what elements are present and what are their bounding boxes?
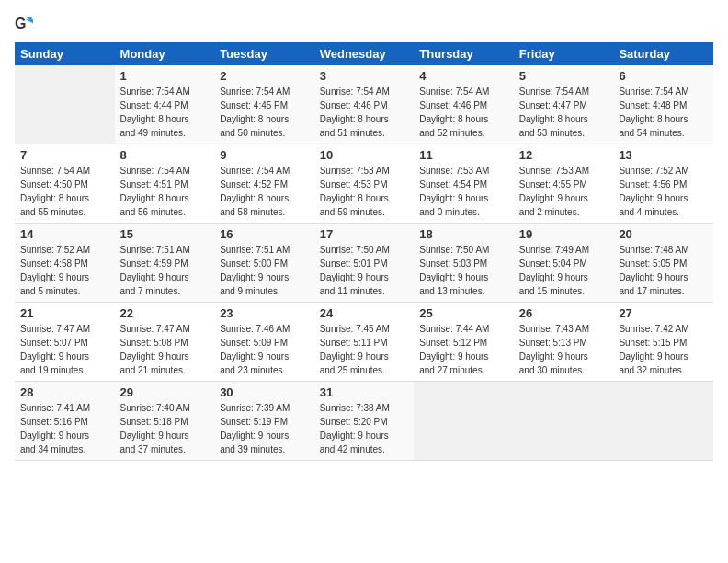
weekday-header-sunday: Sunday	[15, 42, 115, 65]
day-number: 30	[220, 385, 309, 399]
day-number: 1	[120, 69, 210, 83]
day-number: 4	[419, 69, 508, 83]
day-info: Sunrise: 7:44 AMSunset: 5:12 PMDaylight:…	[419, 322, 508, 377]
weekday-header-tuesday: Tuesday	[214, 42, 314, 65]
calendar-cell: 7Sunrise: 7:54 AMSunset: 4:50 PMDaylight…	[15, 144, 115, 224]
calendar-cell: 24Sunrise: 7:45 AMSunset: 5:11 PMDayligh…	[314, 303, 415, 382]
day-number: 17	[320, 227, 409, 241]
day-number: 12	[519, 148, 609, 162]
calendar-cell: 29Sunrise: 7:40 AMSunset: 5:18 PMDayligh…	[115, 382, 215, 461]
calendar-cell: 17Sunrise: 7:50 AMSunset: 5:01 PMDayligh…	[314, 224, 415, 303]
calendar-cell: 6Sunrise: 7:54 AMSunset: 4:48 PMDaylight…	[613, 65, 713, 144]
day-number: 5	[519, 69, 609, 83]
weekday-header-thursday: Thursday	[414, 42, 514, 65]
day-number: 24	[320, 306, 409, 320]
calendar-cell: 11Sunrise: 7:53 AMSunset: 4:54 PMDayligh…	[414, 144, 514, 224]
day-info: Sunrise: 7:39 AMSunset: 5:19 PMDaylight:…	[220, 401, 309, 456]
weekday-header-friday: Friday	[514, 42, 614, 65]
day-info: Sunrise: 7:54 AMSunset: 4:47 PMDaylight:…	[519, 85, 609, 140]
calendar-cell: 19Sunrise: 7:49 AMSunset: 5:04 PMDayligh…	[514, 224, 614, 303]
day-number: 20	[619, 227, 708, 241]
calendar-cell: 10Sunrise: 7:53 AMSunset: 4:53 PMDayligh…	[314, 144, 415, 224]
calendar-cell: 16Sunrise: 7:51 AMSunset: 5:00 PMDayligh…	[214, 224, 314, 303]
calendar-cell: 31Sunrise: 7:38 AMSunset: 5:20 PMDayligh…	[314, 382, 415, 461]
day-number: 26	[519, 306, 609, 320]
calendar-cell: 13Sunrise: 7:52 AMSunset: 4:56 PMDayligh…	[613, 144, 713, 224]
page-header: G	[15, 15, 713, 33]
calendar-cell: 4Sunrise: 7:54 AMSunset: 4:46 PMDaylight…	[414, 65, 514, 144]
day-number: 10	[320, 148, 409, 162]
calendar-cell: 20Sunrise: 7:48 AMSunset: 5:05 PMDayligh…	[613, 224, 713, 303]
calendar-cell: 27Sunrise: 7:42 AMSunset: 5:15 PMDayligh…	[613, 303, 713, 382]
day-info: Sunrise: 7:43 AMSunset: 5:13 PMDaylight:…	[519, 322, 609, 377]
day-info: Sunrise: 7:52 AMSunset: 4:56 PMDaylight:…	[619, 164, 708, 219]
day-number: 25	[419, 306, 508, 320]
day-info: Sunrise: 7:40 AMSunset: 5:18 PMDaylight:…	[120, 401, 210, 456]
day-number: 8	[120, 148, 210, 162]
day-info: Sunrise: 7:52 AMSunset: 4:58 PMDaylight:…	[20, 243, 109, 298]
calendar-cell: 30Sunrise: 7:39 AMSunset: 5:19 PMDayligh…	[214, 382, 314, 461]
calendar-cell: 1Sunrise: 7:54 AMSunset: 4:44 PMDaylight…	[115, 65, 215, 144]
day-number: 9	[220, 148, 309, 162]
calendar-week-row: 14Sunrise: 7:52 AMSunset: 4:58 PMDayligh…	[15, 224, 713, 303]
day-number: 22	[120, 306, 210, 320]
calendar-cell: 21Sunrise: 7:47 AMSunset: 5:07 PMDayligh…	[15, 303, 115, 382]
day-info: Sunrise: 7:47 AMSunset: 5:08 PMDaylight:…	[120, 322, 210, 377]
day-info: Sunrise: 7:54 AMSunset: 4:48 PMDaylight:…	[619, 85, 708, 140]
calendar-cell: 2Sunrise: 7:54 AMSunset: 4:45 PMDaylight…	[214, 65, 314, 144]
day-number: 27	[619, 306, 708, 320]
calendar-cell: 9Sunrise: 7:54 AMSunset: 4:52 PMDaylight…	[214, 144, 314, 224]
day-info: Sunrise: 7:54 AMSunset: 4:44 PMDaylight:…	[120, 85, 210, 140]
day-info: Sunrise: 7:48 AMSunset: 5:05 PMDaylight:…	[619, 243, 708, 298]
day-number: 21	[20, 306, 109, 320]
calendar-cell	[613, 382, 713, 461]
calendar-cell	[514, 382, 614, 461]
day-info: Sunrise: 7:54 AMSunset: 4:50 PMDaylight:…	[20, 164, 109, 219]
day-info: Sunrise: 7:51 AMSunset: 5:00 PMDaylight:…	[220, 243, 309, 298]
day-info: Sunrise: 7:49 AMSunset: 5:04 PMDaylight:…	[519, 243, 609, 298]
calendar-cell	[414, 382, 514, 461]
day-info: Sunrise: 7:42 AMSunset: 5:15 PMDaylight:…	[619, 322, 708, 377]
day-info: Sunrise: 7:54 AMSunset: 4:46 PMDaylight:…	[419, 85, 508, 140]
day-info: Sunrise: 7:54 AMSunset: 4:51 PMDaylight:…	[120, 164, 210, 219]
day-info: Sunrise: 7:51 AMSunset: 4:59 PMDaylight:…	[120, 243, 210, 298]
weekday-header-saturday: Saturday	[613, 42, 713, 65]
day-number: 15	[120, 227, 210, 241]
day-info: Sunrise: 7:38 AMSunset: 5:20 PMDaylight:…	[320, 401, 409, 456]
calendar-week-row: 7Sunrise: 7:54 AMSunset: 4:50 PMDaylight…	[15, 144, 713, 224]
day-info: Sunrise: 7:41 AMSunset: 5:16 PMDaylight:…	[20, 401, 109, 456]
day-info: Sunrise: 7:54 AMSunset: 4:46 PMDaylight:…	[320, 85, 409, 140]
day-number: 6	[619, 69, 708, 83]
day-number: 31	[320, 385, 409, 399]
calendar-table: SundayMondayTuesdayWednesdayThursdayFrid…	[15, 42, 713, 461]
svg-marker-2	[26, 19, 33, 23]
day-number: 14	[20, 227, 109, 241]
calendar-cell: 12Sunrise: 7:53 AMSunset: 4:55 PMDayligh…	[514, 144, 614, 224]
day-number: 28	[20, 385, 109, 399]
day-number: 3	[320, 69, 409, 83]
calendar-week-row: 28Sunrise: 7:41 AMSunset: 5:16 PMDayligh…	[15, 382, 713, 461]
calendar-week-row: 21Sunrise: 7:47 AMSunset: 5:07 PMDayligh…	[15, 303, 713, 382]
day-number: 23	[220, 306, 309, 320]
day-number: 11	[419, 148, 508, 162]
day-info: Sunrise: 7:53 AMSunset: 4:54 PMDaylight:…	[419, 164, 508, 219]
calendar-cell: 23Sunrise: 7:46 AMSunset: 5:09 PMDayligh…	[214, 303, 314, 382]
day-number: 16	[220, 227, 309, 241]
day-number: 18	[419, 227, 508, 241]
day-info: Sunrise: 7:54 AMSunset: 4:45 PMDaylight:…	[220, 85, 309, 140]
day-info: Sunrise: 7:46 AMSunset: 5:09 PMDaylight:…	[220, 322, 309, 377]
day-info: Sunrise: 7:54 AMSunset: 4:52 PMDaylight:…	[220, 164, 309, 219]
calendar-cell: 14Sunrise: 7:52 AMSunset: 4:58 PMDayligh…	[15, 224, 115, 303]
calendar-cell: 18Sunrise: 7:50 AMSunset: 5:03 PMDayligh…	[414, 224, 514, 303]
day-info: Sunrise: 7:47 AMSunset: 5:07 PMDaylight:…	[20, 322, 109, 377]
svg-text:G: G	[15, 16, 26, 31]
calendar-cell: 22Sunrise: 7:47 AMSunset: 5:08 PMDayligh…	[115, 303, 215, 382]
day-info: Sunrise: 7:50 AMSunset: 5:03 PMDaylight:…	[419, 243, 508, 298]
day-info: Sunrise: 7:53 AMSunset: 4:53 PMDaylight:…	[320, 164, 409, 219]
calendar-week-row: 1Sunrise: 7:54 AMSunset: 4:44 PMDaylight…	[15, 65, 713, 144]
calendar-cell: 15Sunrise: 7:51 AMSunset: 4:59 PMDayligh…	[115, 224, 215, 303]
weekday-header-wednesday: Wednesday	[314, 42, 415, 65]
logo-icon: G	[15, 15, 33, 33]
day-number: 19	[519, 227, 609, 241]
calendar-cell: 8Sunrise: 7:54 AMSunset: 4:51 PMDaylight…	[115, 144, 215, 224]
